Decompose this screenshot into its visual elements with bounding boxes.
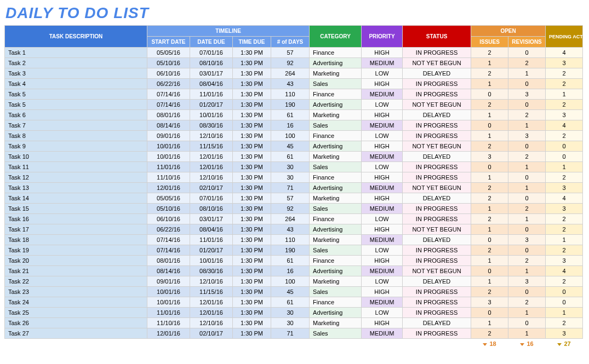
cell-due[interactable]: 08/04/16 xyxy=(190,224,233,235)
cell-pending[interactable]: 3 xyxy=(546,58,583,68)
cell-start[interactable]: 10/01/16 xyxy=(147,297,190,308)
cell-due[interactable]: 01/20/17 xyxy=(190,245,233,256)
cell-days[interactable]: 110 xyxy=(271,235,310,245)
cell-revisions[interactable]: 1 xyxy=(508,266,546,276)
cell-days[interactable]: 264 xyxy=(271,214,310,224)
cell-due[interactable]: 12/10/16 xyxy=(190,172,233,183)
cell-time[interactable]: 1:30 PM xyxy=(233,235,271,245)
cell-issues[interactable]: 0 xyxy=(471,266,508,276)
cell-pending[interactable]: 2 xyxy=(546,131,583,141)
table-row[interactable]: Task 2310/01/1611/15/161:30 PM45SalesHIG… xyxy=(5,287,583,297)
cell-status[interactable]: IN PROGRESS xyxy=(403,131,471,141)
cell-category[interactable]: Marketing xyxy=(310,235,362,245)
cell-start[interactable]: 12/01/16 xyxy=(147,328,190,339)
cell-due[interactable]: 08/10/16 xyxy=(190,204,233,214)
cell-days[interactable]: 190 xyxy=(271,245,310,256)
cell-priority[interactable]: MEDIUM xyxy=(362,120,403,131)
cell-start[interactable]: 09/01/16 xyxy=(147,131,190,141)
cell-status[interactable]: IN PROGRESS xyxy=(403,308,471,318)
cell-due[interactable]: 11/01/16 xyxy=(190,89,233,100)
cell-category[interactable]: Advertising xyxy=(310,266,362,276)
cell-issues[interactable]: 1 xyxy=(471,110,508,120)
cell-pending[interactable]: 2 xyxy=(546,100,583,110)
cell-revisions[interactable]: 1 xyxy=(508,214,546,224)
cell-issues[interactable]: 1 xyxy=(471,79,508,89)
cell-due[interactable]: 12/01/16 xyxy=(190,297,233,308)
cell-category[interactable]: Marketing xyxy=(310,110,362,120)
cell-revisions[interactable]: 2 xyxy=(508,58,546,68)
cell-issues[interactable]: 2 xyxy=(471,245,508,256)
cell-category[interactable]: Finance xyxy=(310,214,362,224)
table-row[interactable]: Task 2008/01/1610/01/161:30 PM61FinanceH… xyxy=(5,256,583,266)
cell-priority[interactable]: HIGH xyxy=(362,224,403,235)
cell-days[interactable]: 61 xyxy=(271,110,310,120)
cell-category[interactable]: Advertising xyxy=(310,141,362,152)
cell-priority[interactable]: LOW xyxy=(362,162,403,172)
cell-priority[interactable]: LOW xyxy=(362,276,403,287)
table-row[interactable]: Task 1111/01/1612/01/161:30 PM30SalesLOW… xyxy=(5,162,583,172)
cell-priority[interactable]: MEDIUM xyxy=(362,297,403,308)
cell-issues[interactable]: 2 xyxy=(471,68,508,79)
cell-priority[interactable]: HIGH xyxy=(362,48,403,58)
cell-days[interactable]: 30 xyxy=(271,172,310,183)
cell-category[interactable]: Advertising xyxy=(310,308,362,318)
cell-status[interactable]: IN PROGRESS xyxy=(403,328,471,339)
cell-pending[interactable]: 0 xyxy=(546,152,583,162)
cell-pending[interactable]: 4 xyxy=(546,120,583,131)
cell-start[interactable]: 05/05/16 xyxy=(147,48,190,58)
cell-time[interactable]: 1:30 PM xyxy=(233,308,271,318)
cell-status[interactable]: NOT YET BEGUN xyxy=(403,100,471,110)
cell-revisions[interactable]: 0 xyxy=(508,79,546,89)
cell-category[interactable]: Finance xyxy=(310,89,362,100)
cell-time[interactable]: 1:30 PM xyxy=(233,48,271,58)
cell-priority[interactable]: MEDIUM xyxy=(362,266,403,276)
cell-issues[interactable]: 0 xyxy=(471,120,508,131)
cell-category[interactable]: Advertising xyxy=(310,183,362,193)
cell-time[interactable]: 1:30 PM xyxy=(233,318,271,328)
cell-days[interactable]: 57 xyxy=(271,193,310,204)
cell-pending[interactable]: 2 xyxy=(546,214,583,224)
cell-category[interactable]: Sales xyxy=(310,328,362,339)
cell-issues[interactable]: 2 xyxy=(471,193,508,204)
cell-status[interactable]: IN PROGRESS xyxy=(403,256,471,266)
cell-task[interactable]: Task 18 xyxy=(5,235,147,245)
cell-category[interactable]: Finance xyxy=(310,172,362,183)
cell-task[interactable]: Task 25 xyxy=(5,308,147,318)
table-row[interactable]: Task 2712/01/1602/10/171:30 PM71SalesMED… xyxy=(5,328,583,339)
cell-issues[interactable]: 0 xyxy=(471,235,508,245)
cell-due[interactable]: 07/01/16 xyxy=(190,48,233,58)
cell-task[interactable]: Task 2 xyxy=(5,58,147,68)
cell-issues[interactable]: 1 xyxy=(471,58,508,68)
cell-category[interactable]: Marketing xyxy=(310,318,362,328)
cell-due[interactable]: 10/01/16 xyxy=(190,256,233,266)
cell-issues[interactable]: 0 xyxy=(471,308,508,318)
cell-status[interactable]: DELAYED xyxy=(403,110,471,120)
cell-category[interactable]: Sales xyxy=(310,245,362,256)
cell-issues[interactable]: 2 xyxy=(471,141,508,152)
table-row[interactable]: Task 708/14/1608/30/161:30 PM16SalesMEDI… xyxy=(5,120,583,131)
cell-start[interactable]: 06/22/16 xyxy=(147,79,190,89)
cell-task[interactable]: Task 7 xyxy=(5,120,147,131)
cell-due[interactable]: 03/01/17 xyxy=(190,214,233,224)
cell-revisions[interactable]: 0 xyxy=(508,318,546,328)
table-row[interactable]: Task 1807/14/1611/01/161:30 PM110Marketi… xyxy=(5,235,583,245)
cell-pending[interactable]: 2 xyxy=(546,79,583,89)
cell-time[interactable]: 1:30 PM xyxy=(233,183,271,193)
cell-revisions[interactable]: 0 xyxy=(508,100,546,110)
cell-due[interactable]: 11/01/16 xyxy=(190,235,233,245)
cell-pending[interactable]: 3 xyxy=(546,256,583,266)
cell-category[interactable]: Advertising xyxy=(310,100,362,110)
cell-issues[interactable]: 2 xyxy=(471,48,508,58)
cell-start[interactable]: 10/01/16 xyxy=(147,287,190,297)
cell-days[interactable]: 100 xyxy=(271,131,310,141)
cell-status[interactable]: DELAYED xyxy=(403,152,471,162)
table-row[interactable]: Task 507/14/1601/20/171:30 PM190Advertis… xyxy=(5,100,583,110)
cell-pending[interactable]: 2 xyxy=(546,276,583,287)
cell-priority[interactable]: MEDIUM xyxy=(362,204,403,214)
cell-priority[interactable]: MEDIUM xyxy=(362,89,403,100)
cell-priority[interactable]: HIGH xyxy=(362,110,403,120)
cell-revisions[interactable]: 3 xyxy=(508,131,546,141)
cell-time[interactable]: 1:30 PM xyxy=(233,287,271,297)
cell-status[interactable]: IN PROGRESS xyxy=(403,214,471,224)
cell-pending[interactable]: 0 xyxy=(546,141,583,152)
